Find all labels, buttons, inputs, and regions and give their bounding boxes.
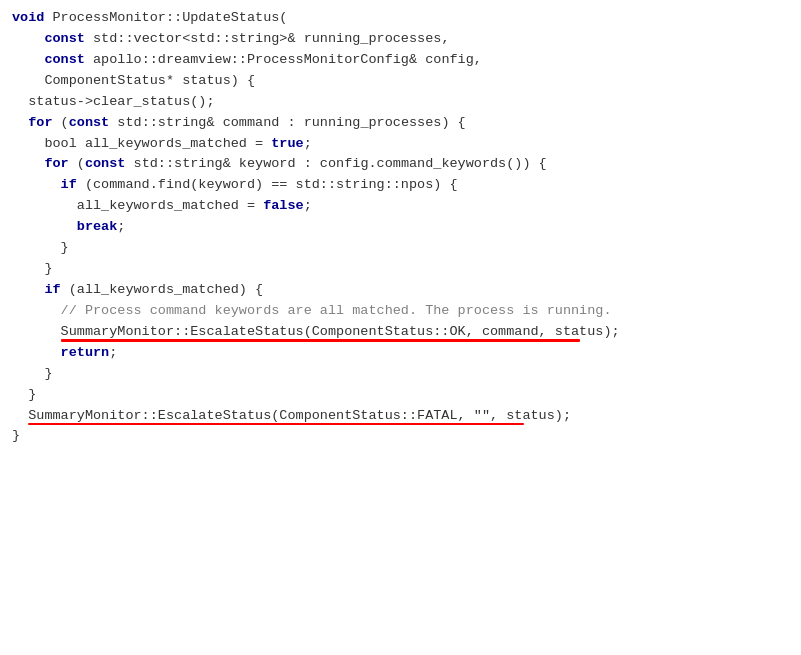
code-token: ( — [53, 115, 69, 130]
code-token: } — [12, 428, 20, 443]
code-token — [12, 31, 44, 46]
code-token: ; — [117, 219, 125, 234]
code-token: std::string& command : running_processes… — [109, 115, 465, 130]
code-token: true — [271, 136, 303, 151]
code-block: void ProcessMonitor::UpdateStatus( const… — [12, 8, 789, 447]
code-token: SummaryMonitor::EscalateStatus(Component… — [12, 324, 620, 339]
code-line: } — [12, 259, 789, 280]
code-line: SummaryMonitor::EscalateStatus(Component… — [12, 322, 789, 343]
code-token: (all_keywords_matched) { — [61, 282, 264, 297]
code-line: ComponentStatus* status) { — [12, 71, 789, 92]
code-line: // Process command keywords are all matc… — [12, 301, 789, 322]
code-token: ; — [109, 345, 117, 360]
code-token: (command.find(keyword) == std::string::n… — [77, 177, 458, 192]
code-line: all_keywords_matched = false; — [12, 196, 789, 217]
code-token: SummaryMonitor::EscalateStatus(Component… — [12, 408, 571, 423]
code-token: if — [12, 282, 61, 297]
red-underline — [61, 339, 581, 342]
code-token: false — [263, 198, 304, 213]
code-token: const — [44, 31, 85, 46]
code-token: break — [12, 219, 117, 234]
code-token: for — [12, 156, 69, 171]
code-line: if (all_keywords_matched) { — [12, 280, 789, 301]
code-viewer: void ProcessMonitor::UpdateStatus( const… — [0, 0, 801, 455]
code-token: const — [69, 115, 110, 130]
code-line: } — [12, 238, 789, 259]
code-token: std::string& keyword : config.command_ke… — [125, 156, 546, 171]
code-line: break; — [12, 217, 789, 238]
code-line: status->clear_status(); — [12, 92, 789, 113]
code-line: const std::vector<std::string>& running_… — [12, 29, 789, 50]
code-line: for (const std::string& command : runnin… — [12, 113, 789, 134]
code-token: return — [12, 345, 109, 360]
code-token: ( — [69, 156, 85, 171]
code-token: ProcessMonitor::UpdateStatus( — [44, 10, 287, 25]
code-token: } — [12, 240, 69, 255]
code-token: apollo::dreamview::ProcessMonitorConfig&… — [85, 52, 482, 67]
code-token: status->clear_status(); — [12, 94, 215, 109]
code-line: const apollo::dreamview::ProcessMonitorC… — [12, 50, 789, 71]
code-token: const — [85, 156, 126, 171]
code-token: const — [44, 52, 85, 67]
code-token: std::vector<std::string>& running_proces… — [85, 31, 450, 46]
code-token: all_keywords_matched = — [12, 198, 263, 213]
code-token: bool all_keywords_matched = — [12, 136, 271, 151]
code-line: if (command.find(keyword) == std::string… — [12, 175, 789, 196]
code-line: void ProcessMonitor::UpdateStatus( — [12, 8, 789, 29]
code-line: bool all_keywords_matched = true; — [12, 134, 789, 155]
red-underline — [28, 423, 523, 426]
code-token: } — [12, 387, 36, 402]
code-line: return; — [12, 343, 789, 364]
code-token: ; — [304, 198, 312, 213]
code-token: if — [12, 177, 77, 192]
code-line: for (const std::string& keyword : config… — [12, 154, 789, 175]
code-line: SummaryMonitor::EscalateStatus(Component… — [12, 406, 789, 427]
code-token: ; — [304, 136, 312, 151]
code-token: ComponentStatus* status) { — [12, 73, 255, 88]
code-token: for — [12, 115, 53, 130]
code-token: // Process command keywords are all matc… — [12, 303, 612, 318]
code-token: void — [12, 10, 44, 25]
code-token: } — [12, 261, 53, 276]
code-line: } — [12, 385, 789, 406]
code-line: } — [12, 364, 789, 385]
code-line: } — [12, 426, 789, 447]
code-token — [12, 52, 44, 67]
code-token: } — [12, 366, 53, 381]
